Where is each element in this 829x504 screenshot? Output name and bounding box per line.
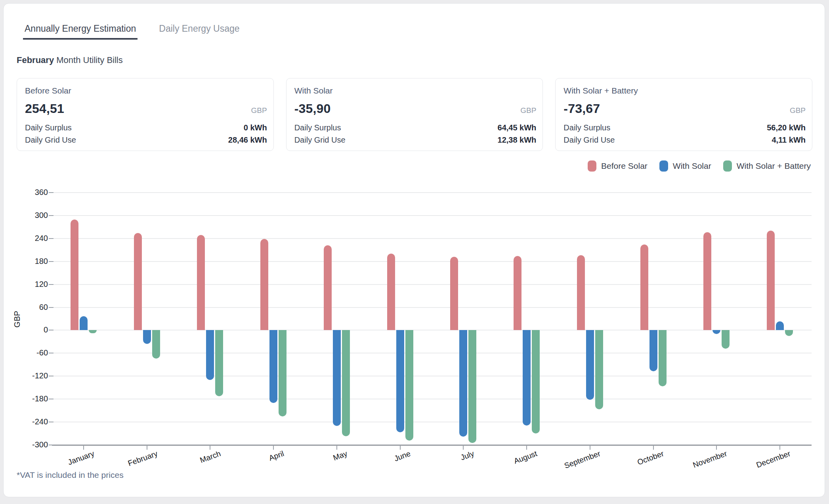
x-label-june: June	[393, 449, 412, 463]
y-tick--240	[49, 422, 53, 422]
y-tick-180	[49, 261, 53, 262]
y-tick-0	[49, 330, 53, 330]
x-tick-december	[779, 445, 780, 450]
bar-with-solar-battery-march[interactable]	[215, 330, 223, 396]
bar-with-solar-may[interactable]	[333, 330, 341, 426]
y-tick-120	[49, 284, 53, 285]
x-label-april: April	[267, 449, 285, 463]
y-tick--60	[49, 353, 53, 353]
bar-with-solar-december[interactable]	[776, 321, 784, 330]
y-tick--180	[49, 399, 53, 399]
gridline-60	[52, 307, 812, 308]
gridline-120	[52, 284, 812, 285]
bar-before-solar-september[interactable]	[577, 255, 585, 330]
y-tick-label--180: -180	[4, 394, 48, 403]
x-label-may: May	[332, 449, 348, 462]
x-tick-august	[526, 445, 527, 450]
bar-with-solar-battery-april[interactable]	[279, 330, 287, 416]
y-tick-label-360: 360	[4, 188, 48, 197]
bar-with-solar-battery-december[interactable]	[785, 330, 793, 336]
x-tick-may	[336, 445, 337, 450]
y-tick-label--240: -240	[4, 417, 48, 426]
bar-before-solar-august[interactable]	[514, 256, 521, 330]
x-label-march: March	[199, 449, 222, 465]
bar-with-solar-april[interactable]	[269, 330, 277, 403]
bar-before-solar-june[interactable]	[387, 254, 395, 330]
gridline--240	[52, 422, 812, 422]
gridline--60	[52, 353, 812, 353]
bar-before-solar-december[interactable]	[767, 231, 775, 330]
gridline-240	[52, 238, 812, 239]
x-tick-june	[400, 445, 401, 450]
x-label-february: February	[126, 449, 159, 468]
x-tick-september	[590, 445, 590, 450]
y-tick-label--120: -120	[4, 371, 48, 380]
bar-before-solar-march[interactable]	[197, 235, 205, 330]
gridline--120	[52, 376, 812, 376]
bar-with-solar-february[interactable]	[143, 330, 151, 344]
bar-with-solar-battery-november[interactable]	[722, 330, 730, 348]
x-label-october: October	[636, 449, 665, 467]
bar-before-solar-january[interactable]	[71, 220, 78, 330]
bar-with-solar-battery-october[interactable]	[659, 330, 667, 386]
gridline-0	[52, 330, 812, 330]
bar-before-solar-may[interactable]	[324, 245, 332, 330]
y-tick-360	[49, 192, 53, 193]
bar-with-solar-battery-september[interactable]	[595, 330, 603, 409]
x-axis-line	[52, 445, 812, 446]
y-tick-label-0: 0	[4, 325, 48, 334]
bar-with-solar-march[interactable]	[206, 330, 214, 380]
x-tick-july	[463, 445, 464, 450]
bar-before-solar-july[interactable]	[450, 257, 458, 330]
x-label-september: September	[563, 449, 602, 470]
bar-with-solar-battery-may[interactable]	[342, 330, 350, 436]
y-tick-60	[49, 307, 53, 308]
y-tick-label--300: -300	[4, 440, 48, 449]
vat-footnote: *VAT is included in the prices	[17, 470, 124, 480]
x-tick-november	[716, 445, 717, 450]
bar-with-solar-august[interactable]	[523, 330, 531, 425]
bar-with-solar-battery-january[interactable]	[89, 330, 97, 333]
x-tick-january	[83, 445, 84, 450]
y-tick--300	[49, 445, 53, 445]
dashboard-panel: Annually Energy Estimation Daily Energy …	[3, 3, 825, 497]
y-tick-label-240: 240	[4, 234, 48, 243]
x-tick-march	[210, 445, 210, 450]
bar-before-solar-october[interactable]	[640, 244, 648, 330]
bar-with-solar-battery-june[interactable]	[405, 330, 413, 441]
bar-with-solar-battery-august[interactable]	[532, 330, 540, 433]
x-label-july: July	[459, 449, 475, 462]
bar-with-solar-battery-february[interactable]	[152, 330, 160, 358]
bar-with-solar-battery-july[interactable]	[468, 330, 476, 443]
gridline--180	[52, 399, 812, 399]
bar-before-solar-april[interactable]	[260, 239, 268, 330]
y-tick-240	[49, 238, 53, 239]
x-label-august: August	[513, 449, 539, 466]
monthly-bills-bar-chart: GBP 360300240180120600-60-120-180-240-30…	[4, 4, 825, 498]
gridline-180	[52, 261, 812, 262]
bar-with-solar-january[interactable]	[80, 316, 88, 330]
x-label-january: January	[67, 449, 96, 467]
y-tick-300	[49, 215, 53, 216]
x-label-november: November	[692, 449, 728, 470]
y-axis-title: GBP	[13, 288, 22, 351]
gridline-360	[52, 192, 812, 193]
bar-before-solar-november[interactable]	[703, 232, 711, 330]
bar-with-solar-september[interactable]	[586, 330, 594, 400]
y-tick--120	[49, 376, 53, 376]
y-tick-label-300: 300	[4, 211, 48, 220]
y-tick-label-60: 60	[4, 303, 48, 312]
y-tick-label-180: 180	[4, 257, 48, 266]
y-tick-label--60: -60	[4, 348, 48, 357]
y-tick-label-120: 120	[4, 280, 48, 289]
bar-with-solar-june[interactable]	[396, 330, 404, 432]
bar-with-solar-july[interactable]	[459, 330, 467, 436]
bar-before-solar-february[interactable]	[134, 233, 142, 330]
bar-with-solar-october[interactable]	[649, 330, 657, 371]
bar-with-solar-november[interactable]	[712, 330, 720, 334]
x-tick-february	[147, 445, 147, 450]
gridline-300	[52, 215, 812, 216]
x-tick-april	[273, 445, 274, 450]
x-label-december: December	[755, 449, 792, 470]
x-tick-october	[653, 445, 654, 450]
